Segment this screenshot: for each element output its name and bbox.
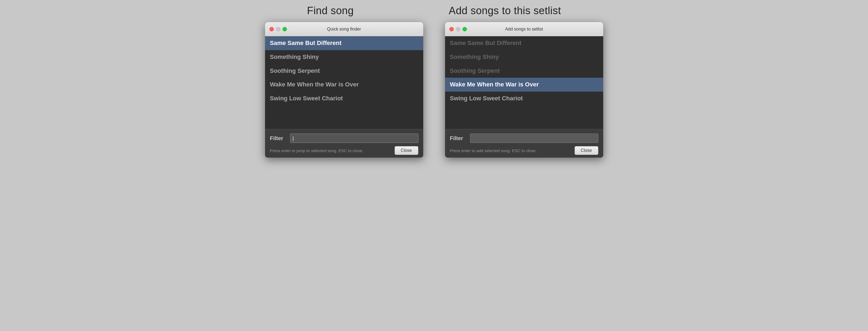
right-filter-row: Filter — [450, 133, 598, 143]
left-filter-label: Filter — [270, 135, 286, 142]
list-item[interactable]: Something Shiny — [445, 50, 603, 64]
right-titlebar: Add songs to setlist — [445, 22, 603, 36]
list-item[interactable]: Wake Me When the War is Over — [445, 78, 603, 92]
left-footer: Filter Press enter to jump to selected s… — [265, 129, 423, 158]
left-traffic-lights — [270, 27, 287, 31]
list-item[interactable]: Swing Low Sweet Chariot — [445, 92, 603, 106]
right-hint-text: Press enter to add selected song. ESC to… — [450, 148, 575, 153]
right-filter-input[interactable] — [470, 133, 598, 143]
right-song-list: Same Same But Different Something Shiny … — [445, 36, 603, 129]
left-song-list: Same Same But Different Something Shiny … — [265, 36, 423, 129]
windows-row: Quick song finder Same Same But Differen… — [0, 19, 868, 169]
left-minimize-button[interactable] — [276, 27, 280, 31]
left-bottom-row: Press enter to jump to selected song. ES… — [270, 146, 418, 155]
right-window-title: Add songs to setlist — [505, 27, 543, 32]
right-traffic-lights — [450, 27, 467, 31]
left-maximize-button[interactable] — [282, 27, 287, 31]
list-item[interactable]: Swing Low Sweet Chariot — [265, 92, 423, 106]
left-titlebar: Quick song finder — [265, 22, 423, 36]
right-footer: Filter Press enter to add selected song.… — [445, 129, 603, 158]
right-close-btn[interactable]: Close — [575, 146, 598, 155]
right-close-button[interactable] — [450, 27, 454, 31]
left-hint-text: Press enter to jump to selected song. ES… — [270, 148, 395, 153]
left-window: Quick song finder Same Same But Differen… — [265, 22, 423, 158]
left-filter-input[interactable] — [290, 133, 418, 143]
right-window: Add songs to setlist Same Same But Diffe… — [445, 22, 603, 158]
left-filter-row: Filter — [270, 133, 418, 143]
list-item[interactable]: Same Same But Different — [265, 36, 423, 50]
right-minimize-button[interactable] — [456, 27, 460, 31]
list-item[interactable]: Wake Me When the War is Over — [265, 78, 423, 92]
list-item[interactable]: Something Shiny — [265, 50, 423, 64]
left-window-title: Quick song finder — [327, 27, 361, 32]
right-top-label: Add songs to this setlist — [449, 5, 561, 17]
left-top-label: Find song — [307, 5, 354, 17]
list-item[interactable]: Same Same But Different — [445, 36, 603, 50]
left-close-btn[interactable]: Close — [395, 146, 418, 155]
right-filter-label: Filter — [450, 135, 466, 142]
top-labels: Find song Add songs to this setlist — [243, 0, 625, 19]
list-item[interactable]: Soothing Serpent — [265, 64, 423, 78]
right-maximize-button[interactable] — [463, 27, 467, 31]
right-bottom-row: Press enter to add selected song. ESC to… — [450, 146, 598, 155]
list-item[interactable]: Soothing Serpent — [445, 64, 603, 78]
left-close-button[interactable] — [270, 27, 274, 31]
